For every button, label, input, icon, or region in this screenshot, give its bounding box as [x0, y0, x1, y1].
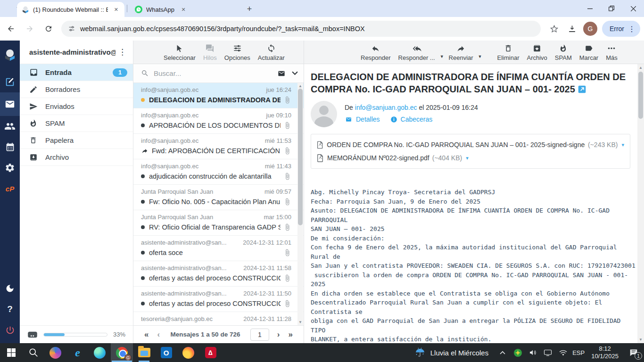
- headers-link[interactable]: Cabeceras: [390, 115, 433, 123]
- reload-button[interactable]: [41, 21, 57, 37]
- mail-nav-button[interactable]: [0, 92, 20, 116]
- options-button[interactable]: Opciones: [221, 42, 254, 64]
- paper-plane-icon: [29, 102, 39, 111]
- settings-nav-button[interactable]: [0, 157, 20, 178]
- url-text[interactable]: webmail.sanjuan.gob.ec/cpsess4870690156/…: [80, 25, 365, 33]
- search-options-chevron-icon[interactable]: [292, 71, 298, 75]
- forward-button[interactable]: [22, 21, 38, 37]
- message-row[interactable]: Junta Parroquial San Juanmar 15:00 RV: O…: [133, 210, 304, 236]
- archive-button[interactable]: Archivo: [523, 42, 551, 64]
- downloads-icon[interactable]: [565, 22, 579, 36]
- delete-button[interactable]: Eliminar: [494, 42, 523, 64]
- help-icon[interactable]: ?: [0, 299, 20, 320]
- window-close-button[interactable]: [622, 0, 644, 17]
- folder-drafts[interactable]: Borradores: [20, 81, 133, 98]
- antivirus-tray-icon[interactable]: [512, 343, 524, 362]
- wifi-icon[interactable]: [557, 343, 569, 362]
- attachment-row[interactable]: MEMORÁNDUM Nº022-signed.pdf (~404 KB) ▾: [317, 151, 624, 165]
- forward-button[interactable]: Reenviar: [445, 42, 477, 64]
- message-row[interactable]: tesoreria@sanjuan.gob.ec2024-12-31 11:28: [133, 312, 304, 325]
- file-explorer-button[interactable]: [133, 343, 155, 362]
- reply-all-button[interactable]: Responder ...: [395, 42, 439, 64]
- folder-trash[interactable]: Papelera: [20, 132, 133, 149]
- tray-chevron-up-icon[interactable]: [496, 343, 509, 362]
- threads-button[interactable]: Hilos: [199, 42, 221, 64]
- taskbar-search-button[interactable]: [22, 343, 44, 362]
- notification-badge: 1: [635, 352, 642, 360]
- message-row[interactable]: asistente-administrativo@san...2024-12-3…: [133, 287, 304, 312]
- details-link[interactable]: Detalles: [345, 115, 380, 123]
- message-scrollbar[interactable]: ▲ ▼: [637, 64, 644, 343]
- outlook-button[interactable]: O: [155, 343, 177, 362]
- prev-page-button[interactable]: ‹: [153, 330, 164, 339]
- tab-whatsapp[interactable]: WhatsApp ✕: [130, 2, 237, 17]
- internet-explorer-button[interactable]: e: [66, 343, 89, 362]
- tab-roundcube[interactable]: (1) Roundcube Webmail :: Entra ✕: [17, 2, 124, 17]
- dark-mode-moon-icon[interactable]: [0, 278, 20, 299]
- next-page-button[interactable]: ›: [273, 330, 284, 339]
- compose-button[interactable]: [0, 72, 20, 92]
- window-minimize-button[interactable]: [579, 0, 601, 17]
- taskbar-clock[interactable]: 8:12 10/1/2025: [586, 345, 623, 360]
- reply-button[interactable]: Responder: [357, 42, 395, 64]
- spam-button[interactable]: SPAM: [551, 42, 576, 64]
- contacts-nav-button[interactable]: [0, 116, 20, 137]
- calendar-nav-button[interactable]: [0, 137, 20, 157]
- refresh-button[interactable]: Actualizar: [254, 42, 289, 64]
- first-page-button[interactable]: «: [140, 330, 153, 339]
- logout-power-icon[interactable]: [0, 320, 20, 340]
- page-number-input[interactable]: 1: [250, 329, 269, 341]
- select-button[interactable]: Seleccionar: [160, 42, 199, 64]
- cpanel-button[interactable]: cP: [0, 178, 20, 199]
- message-row[interactable]: info@sanjuan.gob.ecjue 09:10 APROBACIÓN …: [133, 108, 304, 134]
- start-button[interactable]: [0, 343, 22, 362]
- list-scrollbar[interactable]: ▲ ▼: [297, 83, 303, 325]
- attachment-icon: [283, 249, 291, 256]
- attachment-menu-caret[interactable]: ▾: [466, 155, 469, 161]
- cast-screen-icon[interactable]: [542, 343, 554, 362]
- back-button[interactable]: [3, 21, 19, 37]
- profile-error-menu-button[interactable]: Error ⋮: [602, 21, 640, 37]
- sender-email-link[interactable]: info@sanjuan.gob.ec: [355, 104, 417, 111]
- account-menu-kebab-icon[interactable]: ⋮: [116, 47, 129, 57]
- search-scope-mail-icon[interactable]: [277, 70, 286, 77]
- tab-close-icon[interactable]: ✕: [113, 5, 120, 14]
- bookmark-star-icon[interactable]: [547, 22, 561, 36]
- search-input[interactable]: Buscar...: [154, 69, 277, 77]
- mark-button[interactable]: Marcar: [576, 42, 602, 64]
- open-in-new-window-icon[interactable]: [578, 85, 586, 93]
- acrobat-button[interactable]: ∆: [199, 343, 222, 362]
- folder-archive[interactable]: Archivo: [20, 149, 133, 166]
- message-row[interactable]: asistente-administrativo@san...2024-12-3…: [133, 236, 304, 261]
- message-row[interactable]: info@sanjuan.gob.ecjue 16:24 DELEGACION …: [133, 83, 304, 108]
- weather-widget[interactable]: Lluvia el Miércoles: [408, 343, 495, 362]
- volume-icon[interactable]: [527, 343, 539, 362]
- more-button[interactable]: Más: [602, 42, 621, 64]
- edge-button[interactable]: [89, 343, 111, 362]
- language-indicator[interactable]: ESP: [570, 349, 586, 356]
- message-list-panel: Seleccionar Hilos Opciones Actualizar Bu…: [133, 41, 304, 343]
- chrome-taskbar-button[interactable]: G: [111, 343, 133, 362]
- forward-menu-caret[interactable]: ▼: [477, 52, 483, 64]
- new-tab-button[interactable]: +: [244, 4, 255, 14]
- message-row[interactable]: info@sanjuan.gob.ecmié 11:53 Fwd: APROBA…: [133, 134, 304, 159]
- tab-close-icon[interactable]: ✕: [179, 5, 188, 14]
- folder-spam[interactable]: SPAM: [20, 115, 133, 132]
- reply-all-menu-caret[interactable]: ▼: [439, 52, 445, 64]
- message-row[interactable]: asistente-administrativo@san...2024-12-3…: [133, 261, 304, 287]
- attachment-menu-caret[interactable]: ▾: [621, 142, 624, 148]
- message-row[interactable]: Junta Parroquial San Juanmié 09:57 Fw: O…: [133, 185, 304, 210]
- message-row[interactable]: info@sanjuan.gob.ecmié 11:43 adjudicació…: [133, 159, 304, 185]
- profile-avatar[interactable]: G: [583, 22, 597, 36]
- folder-sent[interactable]: Enviados: [20, 98, 133, 115]
- last-page-button[interactable]: »: [284, 330, 297, 339]
- folder-inbox[interactable]: Entrada 1: [20, 64, 133, 81]
- firefox-button[interactable]: [177, 343, 199, 362]
- attachment-row[interactable]: ORDEN DE COMPRA No. IC-GAD PARROQUIAL SA…: [317, 138, 624, 151]
- copilot-button[interactable]: [44, 343, 66, 362]
- window-restore-button[interactable]: [601, 0, 622, 17]
- browser-menu-kebab-icon[interactable]: ⋮: [628, 25, 636, 33]
- site-settings-icon[interactable]: [68, 25, 75, 33]
- address-bar[interactable]: webmail.sanjuan.gob.ec/cpsess4870690156/…: [61, 21, 541, 37]
- notification-center-button[interactable]: 1: [623, 343, 644, 362]
